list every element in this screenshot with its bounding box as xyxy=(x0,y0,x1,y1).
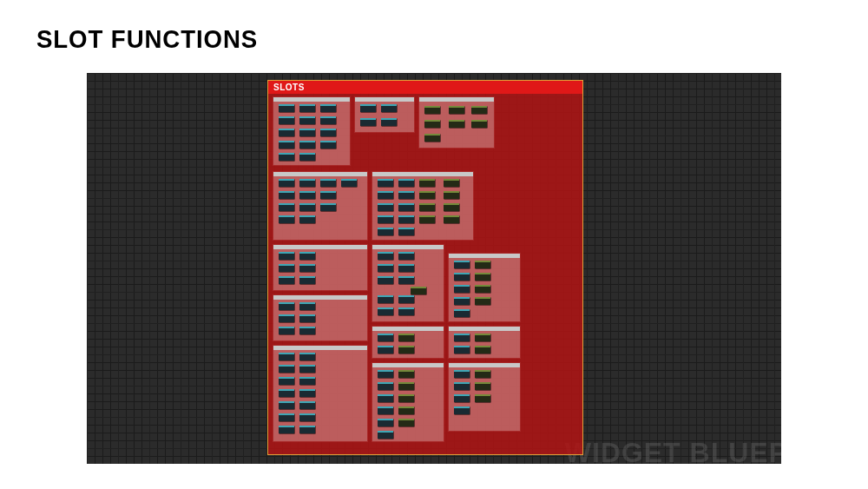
slots-header[interactable]: SLOTS xyxy=(268,81,582,94)
blueprint-node[interactable] xyxy=(424,106,440,114)
blueprint-node[interactable] xyxy=(279,426,294,433)
blueprint-node[interactable] xyxy=(454,406,470,414)
blueprint-node[interactable] xyxy=(471,106,487,114)
blueprint-node[interactable] xyxy=(454,261,470,268)
blueprint-node[interactable] xyxy=(381,118,397,126)
blueprint-node[interactable] xyxy=(299,365,315,373)
blueprint-node[interactable] xyxy=(378,203,393,211)
blueprint-node[interactable] xyxy=(424,120,440,128)
blueprint-node[interactable] xyxy=(378,346,393,354)
blueprint-node[interactable] xyxy=(398,252,414,260)
blueprint-node[interactable] xyxy=(320,141,336,149)
blueprint-node[interactable] xyxy=(454,297,470,305)
blueprint-node[interactable] xyxy=(454,370,470,378)
group-header-bar[interactable] xyxy=(273,295,367,300)
blueprint-node[interactable] xyxy=(454,285,470,293)
blueprint-node[interactable] xyxy=(454,309,470,317)
group-header-bar[interactable] xyxy=(449,327,520,331)
blueprint-node[interactable] xyxy=(419,179,435,187)
blueprint-node[interactable] xyxy=(454,394,470,402)
blueprint-node[interactable] xyxy=(279,104,294,112)
blueprint-node[interactable] xyxy=(398,215,414,223)
blueprint-node[interactable] xyxy=(320,129,336,136)
blueprint-node[interactable] xyxy=(398,203,414,211)
blueprint-node[interactable] xyxy=(320,203,336,211)
node-group[interactable] xyxy=(273,97,350,165)
blueprint-node[interactable] xyxy=(279,314,294,322)
blueprint-node[interactable] xyxy=(475,346,490,354)
blueprint-node[interactable] xyxy=(341,179,357,187)
blueprint-node[interactable] xyxy=(279,365,294,373)
group-header-bar[interactable] xyxy=(419,97,494,102)
blueprint-node[interactable] xyxy=(378,295,393,303)
blueprint-node[interactable] xyxy=(378,382,393,390)
blueprint-node[interactable] xyxy=(360,104,376,112)
blueprint-node[interactable] xyxy=(299,401,315,409)
blueprint-node[interactable] xyxy=(454,382,470,390)
blueprint-node[interactable] xyxy=(419,203,435,211)
blueprint-node[interactable] xyxy=(378,370,393,378)
blueprint-node[interactable] xyxy=(424,134,440,142)
slots-comment-frame[interactable]: SLOTS xyxy=(267,80,583,455)
blueprint-node[interactable] xyxy=(299,264,315,272)
blueprint-node[interactable] xyxy=(299,179,315,187)
node-group[interactable] xyxy=(273,346,367,441)
blueprint-node[interactable] xyxy=(279,276,294,284)
blueprint-node[interactable] xyxy=(398,276,414,284)
blueprint-node[interactable] xyxy=(398,191,414,199)
blueprint-node[interactable] xyxy=(475,382,490,390)
blueprint-node[interactable] xyxy=(378,191,393,199)
blueprint-node[interactable] xyxy=(299,377,315,385)
blueprint-node[interactable] xyxy=(279,179,294,187)
node-group[interactable] xyxy=(449,363,520,431)
blueprint-node[interactable] xyxy=(279,203,294,211)
blueprint-node[interactable] xyxy=(279,377,294,385)
blueprint-node[interactable] xyxy=(454,273,470,281)
blueprint-node[interactable] xyxy=(378,264,393,272)
blueprint-node[interactable] xyxy=(475,273,490,281)
blueprint-node[interactable] xyxy=(454,346,470,354)
blueprint-node[interactable] xyxy=(299,302,315,310)
blueprint-node[interactable] xyxy=(279,302,294,310)
blueprint-node[interactable] xyxy=(475,334,490,341)
group-header-bar[interactable] xyxy=(372,363,444,367)
group-header-bar[interactable] xyxy=(449,254,520,258)
blueprint-node[interactable] xyxy=(398,264,414,272)
node-group[interactable] xyxy=(449,254,520,321)
blueprint-node[interactable] xyxy=(475,261,490,268)
blueprint-node[interactable] xyxy=(279,389,294,397)
blueprint-node[interactable] xyxy=(320,191,336,199)
blueprint-node[interactable] xyxy=(378,179,393,187)
blueprint-node[interactable] xyxy=(378,307,393,315)
blueprint-node[interactable] xyxy=(411,287,426,294)
group-header-bar[interactable] xyxy=(273,346,367,350)
blueprint-node[interactable] xyxy=(398,419,414,426)
blueprint-node[interactable] xyxy=(398,346,414,354)
node-group[interactable] xyxy=(372,172,473,240)
blueprint-node[interactable] xyxy=(398,295,414,303)
node-group[interactable] xyxy=(449,327,520,358)
blueprint-node[interactable] xyxy=(299,252,315,260)
blueprint-node[interactable] xyxy=(444,203,459,211)
group-header-bar[interactable] xyxy=(273,97,350,102)
blueprint-node[interactable] xyxy=(454,334,470,341)
blueprint-node[interactable] xyxy=(279,264,294,272)
blueprint-node[interactable] xyxy=(398,382,414,390)
blueprint-node[interactable] xyxy=(398,228,414,235)
blueprint-node[interactable] xyxy=(378,394,393,402)
blueprint-node[interactable] xyxy=(279,401,294,409)
blueprint-canvas[interactable]: WIDGET BLUEP SLOTS xyxy=(87,73,781,464)
blueprint-node[interactable] xyxy=(299,116,315,124)
blueprint-node[interactable] xyxy=(475,285,490,293)
blueprint-node[interactable] xyxy=(378,215,393,223)
group-header-bar[interactable] xyxy=(372,327,444,331)
blueprint-node[interactable] xyxy=(299,215,315,223)
blueprint-node[interactable] xyxy=(299,129,315,136)
blueprint-node[interactable] xyxy=(398,406,414,414)
blueprint-node[interactable] xyxy=(320,179,336,187)
blueprint-node[interactable] xyxy=(378,276,393,284)
blueprint-node[interactable] xyxy=(419,215,435,223)
node-group[interactable] xyxy=(372,245,444,321)
node-group[interactable] xyxy=(273,295,367,340)
blueprint-node[interactable] xyxy=(475,370,490,378)
